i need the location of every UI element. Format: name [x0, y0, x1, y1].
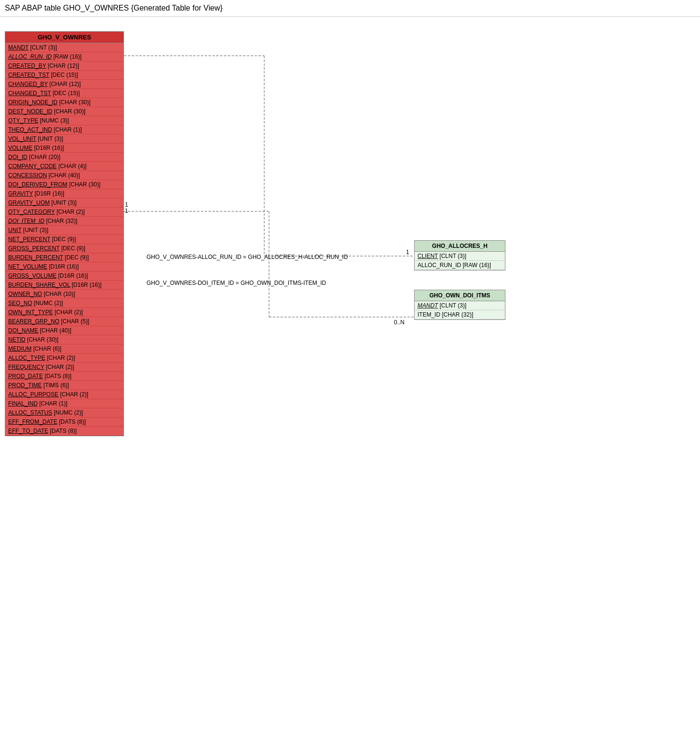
main-table-row: OWNER_NO [CHAR (10)]: [5, 290, 123, 299]
svg-text:1: 1: [406, 249, 409, 256]
main-table-row: ALLOC_TYPE [CHAR (2)]: [5, 354, 123, 363]
main-table-row: CHANGED_TST [DEC (15)]: [5, 89, 123, 98]
diagram-container: GHO_V_OWNRES MANDT [CLNT (3)]ALLOC_RUN_I…: [0, 17, 700, 728]
main-table-row: DEST_NODE_ID [CHAR (30)]: [5, 107, 123, 116]
main-table-row: NET_VOLUME [D16R (16)]: [5, 262, 123, 271]
rel-table-1-row: CLIENT [CLNT (3)]: [415, 252, 505, 261]
main-table-header: GHO_V_OWNRES: [5, 32, 123, 43]
main-table-row: BURDEN_SHARE_VOL [D16R (16)]: [5, 281, 123, 290]
main-table-row: CHANGED_BY [CHAR (12)]: [5, 80, 123, 89]
main-table-row: VOLUME [D16R (16)]: [5, 144, 123, 153]
main-table-row: SEQ_NO [NUMC (2)]: [5, 299, 123, 308]
svg-text:1: 1: [125, 208, 128, 214]
main-table-row: OWN_INT_TYPE [CHAR (2)]: [5, 308, 123, 317]
svg-text:1: 1: [125, 201, 128, 208]
main-table-row: BEARER_GRP_NO [CHAR (5)]: [5, 317, 123, 326]
main-table-row: CREATED_TST [DEC (15)]: [5, 71, 123, 80]
main-table-row: ALLOC_STATUS [NUMC (2)]: [5, 408, 123, 417]
rel-table-2-row: MANDT [CLNT (3)]: [415, 301, 505, 310]
related-table-own-doi-itms: GHO_OWN_DOI_ITMS MANDT [CLNT (3)]ITEM_ID…: [414, 290, 505, 320]
rel-table-1-header: GHO_ALLOCRES_H: [415, 241, 505, 252]
main-table-row: EFF_TO_DATE [DATS (8)]: [5, 427, 123, 436]
main-table: GHO_V_OWNRES MANDT [CLNT (3)]ALLOC_RUN_I…: [5, 31, 124, 436]
rel-table-1-row: ALLOC_RUN_ID [RAW (16)]: [415, 261, 505, 270]
main-table-row: MANDT [CLNT (3)]: [5, 43, 123, 52]
main-table-row: QTY_TYPE [NUMC (3)]: [5, 116, 123, 125]
rel-table-2-row: ITEM_ID [CHAR (32)]: [415, 310, 505, 319]
main-table-row: DOI_NAME [CHAR (40)]: [5, 326, 123, 335]
main-table-row: NETID [CHAR (30)]: [5, 335, 123, 344]
rel-table-2-header: GHO_OWN_DOI_ITMS: [415, 290, 505, 301]
page-title: SAP ABAP table GHO_V_OWNRES {Generated T…: [0, 0, 700, 17]
main-table-row: ALLOC_PURPOSE [CHAR (2)]: [5, 390, 123, 399]
main-table-row: GRAVITY [D16R (16)]: [5, 189, 123, 198]
main-table-row: FREQUENCY [CHAR (2)]: [5, 363, 123, 372]
main-table-row: MEDIUM [CHAR (6)]: [5, 344, 123, 354]
relation-label-2: GHO_V_OWNRES-DOI_ITEM_ID = GHO_OWN_DOI_I…: [147, 280, 326, 286]
related-table-allocres-h: GHO_ALLOCRES_H CLIENT [CLNT (3)]ALLOC_RU…: [414, 240, 505, 270]
main-table-row: VOL_UNIT [UNIT (3)]: [5, 135, 123, 144]
main-table-row: UNIT [UNIT (3)]: [5, 226, 123, 235]
main-table-row: BURDEN_PERCENT [DEC (9)]: [5, 253, 123, 262]
main-table-row: QTY_CATEGORY [CHAR (2)]: [5, 208, 123, 217]
main-table-row: GROSS_PERCENT [DEC (9)]: [5, 244, 123, 253]
main-table-row: DOI_DERIVED_FROM [CHAR (30)]: [5, 180, 123, 189]
main-table-row: DOI_ITEM_ID [CHAR (32)]: [5, 217, 123, 226]
main-table-row: EFF_FROM_DATE [DATS (8)]: [5, 417, 123, 427]
svg-text:0..N: 0..N: [394, 319, 405, 326]
main-table-row: GRAVITY_UOM [UNIT (3)]: [5, 198, 123, 208]
main-table-row: PROD_TIME [TIMS (6)]: [5, 381, 123, 390]
main-table-row: DOI_ID [CHAR (20)]: [5, 153, 123, 162]
main-table-row: ORIGIN_NODE_ID [CHAR (30)]: [5, 98, 123, 107]
main-table-row: COMPANY_CODE [CHAR (4)]: [5, 162, 123, 171]
main-table-row: NET_PERCENT [DEC (9)]: [5, 235, 123, 244]
relation-label-1: GHO_V_OWNRES-ALLOC_RUN_ID = GHO_ALLOCRES…: [147, 254, 348, 260]
main-table-row: FINAL_IND [CHAR (1)]: [5, 399, 123, 408]
main-table-row: CREATED_BY [CHAR (12)]: [5, 61, 123, 71]
main-table-row: GROSS_VOLUME [D16R (16)]: [5, 271, 123, 281]
main-table-row: ALLOC_RUN_ID [RAW (16)]: [5, 52, 123, 61]
main-table-row: PROD_DATE [DATS (8)]: [5, 372, 123, 381]
main-table-row: THEO_ACT_IND [CHAR (1)]: [5, 125, 123, 135]
main-table-row: CONCESSION [CHAR (40)]: [5, 171, 123, 180]
